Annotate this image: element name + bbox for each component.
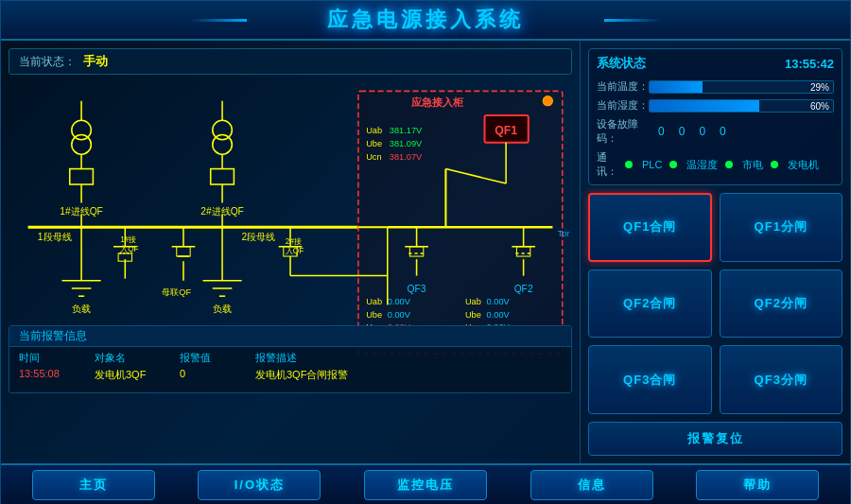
nav-home-button[interactable]: 主页 xyxy=(32,470,155,500)
ubc1-value: 381.09V xyxy=(390,139,423,148)
diagram-area: 1#进线QF 2#进线QF 1段母线 xyxy=(9,80,572,393)
humidity-label: 当前湿度： xyxy=(597,98,649,113)
nav-voltage-button[interactable]: 监控电压 xyxy=(364,470,487,500)
comm-label: 通 讯： xyxy=(597,150,625,179)
qf1-close-button[interactable]: QF1合闸 xyxy=(588,193,712,262)
uab1-label: Uab xyxy=(366,126,382,135)
uab2-label-left: Uab xyxy=(366,297,382,306)
temp-progress: 29% xyxy=(649,80,834,94)
comm-items: PLC 温湿度 市电 发电机 xyxy=(625,158,819,172)
fault-row: 设备故障码： 0 0 0 0 xyxy=(597,117,834,146)
alarm-desc: 发电机3QF合闸报警 xyxy=(255,368,562,382)
inlet1-label2: 入QF xyxy=(120,245,138,253)
ubc2-label-right: Ube xyxy=(465,310,481,320)
fault-val-3: 0 xyxy=(720,125,726,138)
inlet2-label: 2#接 xyxy=(286,237,302,246)
sys-time: 13:55:42 xyxy=(785,57,834,71)
ubc1-label: Ube xyxy=(366,139,382,148)
comm-item-2: 市电 xyxy=(742,158,763,172)
inlet1-group: 1#接 入QF xyxy=(113,227,139,278)
alarm-object: 发电机3QF xyxy=(95,368,180,382)
fault-val-1: 0 xyxy=(679,125,686,138)
control-buttons: QF1合闸 QF1分闸 QF2合闸 QF2分闸 QF3合闸 QF3分闸 xyxy=(588,193,842,414)
feeder1-group: 1#进线QF xyxy=(60,101,103,217)
comm-dot-0 xyxy=(625,161,633,168)
uab1-value: 381.17V xyxy=(390,126,423,135)
inlet2-group: 2#接 入QF xyxy=(279,227,304,275)
svg-point-39 xyxy=(543,96,552,106)
col-time: 时间 xyxy=(19,351,95,365)
col-object: 对象名 xyxy=(95,351,180,365)
col-value: 报警值 xyxy=(180,351,255,365)
qf1-open-button[interactable]: QF1分闸 xyxy=(720,193,843,262)
qf3-label: QF3 xyxy=(408,284,426,294)
alarm-row: 13:55:08 发电机3QF 0 发电机3QF合闸报警 xyxy=(9,367,571,383)
alarm-table: 时间 对象名 报警值 报警描述 13:55:08 发电机3QF 0 发电机3QF… xyxy=(9,347,571,385)
alarm-header: 当前报警信息 xyxy=(9,326,571,347)
nav-help-button[interactable]: 帮助 xyxy=(696,470,819,500)
col-desc: 报警描述 xyxy=(255,351,562,365)
qf2-open-button[interactable]: QF2分闸 xyxy=(720,269,843,339)
svg-point-1 xyxy=(72,135,92,155)
comm-dot-2 xyxy=(725,161,733,168)
comm-row: 通 讯： PLC 温湿度 市电 发电机 xyxy=(597,150,834,179)
nav-io-button[interactable]: I/O状态 xyxy=(198,470,321,500)
sys-status-title: 系统状态 xyxy=(597,55,646,72)
nav-info-button[interactable]: 信息 xyxy=(530,470,653,500)
qf1-box-label: QF1 xyxy=(495,124,517,137)
main-container: 应急电源接入系统 当前状态： 手动 xyxy=(0,0,851,504)
uab2-val-right: 0.00V xyxy=(487,297,511,306)
svg-point-7 xyxy=(213,135,233,155)
content-area: 当前状态： 手动 xyxy=(1,41,850,463)
emergency-title: 应急接入柜 xyxy=(410,96,464,108)
temp-label: 当前温度： xyxy=(597,79,649,94)
humidity-fill xyxy=(650,100,759,112)
comm-dot-1 xyxy=(669,161,677,168)
qf2-close-button[interactable]: QF2合闸 xyxy=(588,269,712,339)
ubc2-label-left: Ube xyxy=(366,310,382,320)
bustie-group: 母联QF xyxy=(162,227,195,297)
alarm-section: 当前报警信息 时间 对象名 报警值 报警描述 13:55:08 发电机3QF 0 xyxy=(9,325,572,393)
load2-group: 负载 xyxy=(203,227,242,313)
load1-label: 负载 xyxy=(72,304,91,314)
status-label: 当前状态： xyxy=(19,54,76,70)
left-panel: 当前状态： 手动 xyxy=(1,41,581,463)
sys-status-panel: 系统状态 13:55:42 当前温度： 29% 当前湿度： 6 xyxy=(588,48,842,185)
humidity-value: 60% xyxy=(810,100,829,111)
fault-values: 0 0 0 0 xyxy=(658,125,726,138)
ucn1-label: Ucn xyxy=(366,152,381,162)
load2-label: 负载 xyxy=(213,304,232,314)
comm-dot-3 xyxy=(771,161,778,168)
svg-rect-29 xyxy=(177,247,190,256)
bus1-label: 1段母线 xyxy=(38,232,72,242)
comm-item-3: 发电机 xyxy=(788,158,819,172)
alarm-reset-button[interactable]: 报警复位 xyxy=(588,422,842,456)
bustie-label: 母联QF xyxy=(162,287,191,297)
alarm-time: 13:55:08 xyxy=(19,368,95,382)
inlet1-label: 1#接 xyxy=(120,235,136,244)
comm-item-0: PLC xyxy=(642,159,662,170)
fault-label: 设备故障码： xyxy=(597,117,658,146)
fault-val-2: 0 xyxy=(699,125,705,138)
alarm-value: 0 xyxy=(180,368,255,382)
status-bar: 当前状态： 手动 xyxy=(9,48,572,75)
ucn1-value: 381.07V xyxy=(390,152,423,162)
temp-row: 当前温度： 29% xyxy=(597,79,834,94)
comm-item-1: 温湿度 xyxy=(686,158,718,172)
alarm-column-headers: 时间 对象名 报警值 报警描述 xyxy=(9,349,571,367)
ubc2-val-left: 0.00V xyxy=(388,310,411,320)
qf3-open-button[interactable]: QF3分闸 xyxy=(720,345,843,414)
temp-fill xyxy=(650,81,703,93)
ubc2-val-right: 0.00V xyxy=(487,310,511,320)
humidity-row: 当前湿度： 60% xyxy=(597,98,834,113)
right-panel: 系统状态 13:55:42 当前温度： 29% 当前湿度： 6 xyxy=(581,41,850,463)
bus2-label: 2段母线 xyxy=(242,232,276,242)
bottom-nav: 主页 I/O状态 监控电压 信息 帮助 xyxy=(1,463,850,504)
feeder2-group: 2#进线QF xyxy=(200,101,244,217)
svg-rect-10 xyxy=(211,169,234,184)
header: 应急电源接入系统 xyxy=(1,1,850,41)
tor-label: Tor xyxy=(558,230,570,239)
svg-rect-4 xyxy=(70,169,94,184)
qf2-label: QF2 xyxy=(514,284,533,294)
qf3-close-button[interactable]: QF3合闸 xyxy=(588,345,712,414)
